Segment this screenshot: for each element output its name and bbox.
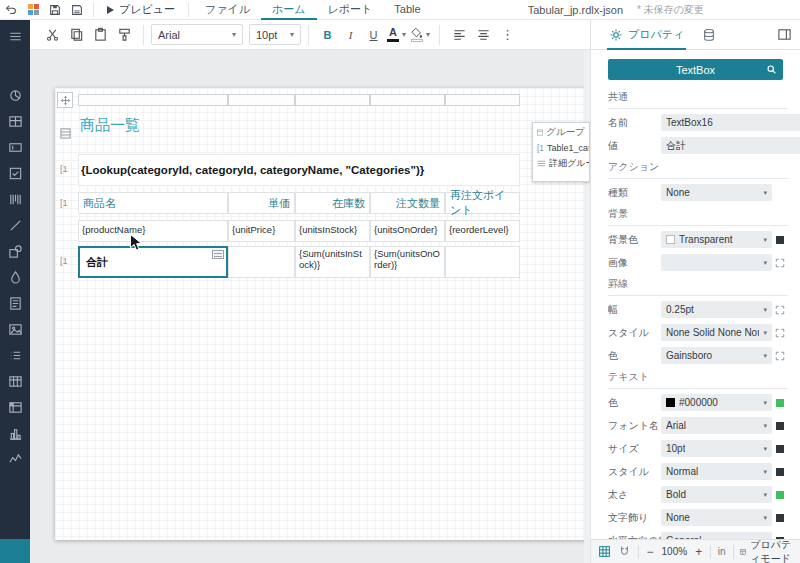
back-image-select[interactable]: ▾ [661, 254, 772, 271]
header-cell-unit-price[interactable]: 単価 [228, 192, 295, 214]
tool-chart-donut[interactable] [0, 82, 30, 108]
tool-richtext[interactable] [0, 290, 30, 316]
font-size-select-prop[interactable]: 10pt▾ [661, 440, 772, 457]
collapse-panel-button[interactable] [777, 27, 792, 42]
tool-checkbox[interactable] [0, 160, 30, 186]
tool-data-region[interactable] [0, 108, 30, 134]
header-cell-reorder-level[interactable]: 再注文ポイント [445, 192, 520, 214]
detail-cell-units-in-stock[interactable]: {unitsInStock} [295, 220, 370, 242]
detail-cell-reorder-level[interactable]: {reorderLevel} [445, 220, 520, 242]
unit-select[interactable]: in [718, 546, 726, 557]
menu-table[interactable]: Table [383, 0, 431, 20]
cut-button[interactable] [40, 23, 64, 47]
design-canvas[interactable]: 商品一覧 {Lookup(categoryId, categoryId, cat… [30, 50, 590, 563]
toolbox-menu-button[interactable] [0, 22, 30, 50]
font-family-select[interactable]: Arial▾ [151, 24, 243, 45]
footer-empty-cell[interactable] [445, 246, 520, 278]
expand-button[interactable] [772, 258, 788, 268]
border-width-select[interactable]: 0.25pt▾ [661, 301, 772, 318]
tool-textbox[interactable] [0, 134, 30, 160]
report-title-textbox[interactable]: 商品一覧 [80, 116, 140, 135]
theme-colors-button[interactable] [22, 0, 44, 20]
underline-button[interactable]: U [362, 24, 385, 46]
zoom-in-button[interactable]: + [694, 545, 703, 559]
header-cell-units-on-order[interactable]: 注文数量 [370, 192, 445, 214]
expand-button[interactable] [772, 305, 788, 315]
group-item-detail[interactable]: 詳細グルー [533, 155, 589, 172]
align-left-button[interactable] [447, 23, 471, 47]
field-selector-icon[interactable] [212, 250, 224, 259]
back-color-select[interactable]: Transparent▾ [661, 231, 772, 248]
text-decoration-select[interactable]: None▾ [661, 509, 772, 526]
italic-button[interactable]: I [339, 24, 362, 46]
tool-image[interactable] [0, 316, 30, 342]
bold-button[interactable]: B [316, 24, 339, 46]
paste-button[interactable] [88, 23, 112, 47]
font-color-button[interactable]: A ▾ [385, 27, 408, 42]
font-name-select[interactable]: Arial▾ [661, 417, 772, 434]
group-row-marker[interactable]: [1 [60, 164, 68, 174]
detail-cell-units-on-order[interactable]: {unitsOnOrder} [370, 220, 445, 242]
expand-button[interactable] [772, 328, 788, 338]
table-move-handle[interactable] [57, 92, 73, 108]
zoom-out-button[interactable]: − [646, 545, 655, 559]
tool-ink[interactable] [0, 264, 30, 290]
tool-sparkline[interactable] [0, 446, 30, 472]
property-search-input[interactable]: TextBox [608, 59, 783, 80]
tool-shape[interactable] [0, 238, 30, 264]
column-handle-5[interactable] [445, 94, 520, 106]
tool-table[interactable] [0, 368, 30, 394]
menu-report[interactable]: レポート [317, 0, 384, 20]
sidebar-bottom-button[interactable] [0, 539, 30, 563]
align-center-button[interactable] [471, 23, 495, 47]
fill-color-button[interactable]: ▾ [408, 27, 432, 42]
header-cell-product-name[interactable]: 商品名 [78, 192, 228, 214]
name-input[interactable] [661, 114, 800, 131]
tab-properties[interactable]: プロパティ [607, 20, 686, 50]
footer-row-marker[interactable]: [1 [60, 256, 68, 266]
font-weight-select[interactable]: Bold▾ [661, 486, 772, 503]
copy-button[interactable] [64, 23, 88, 47]
tool-line[interactable] [0, 212, 30, 238]
undo-button[interactable] [0, 0, 22, 20]
detail-cell-product-name[interactable]: {productName} [78, 220, 228, 242]
tab-data[interactable] [702, 28, 716, 42]
lookup-expression-cell[interactable]: {Lookup(categoryId, categoryId, category… [78, 154, 520, 186]
preview-button[interactable]: プレビュー [99, 2, 183, 17]
border-style-select[interactable]: None Solid None None▾ [661, 324, 772, 341]
tool-tablix[interactable] [0, 394, 30, 420]
menu-file[interactable]: ファイル [194, 0, 261, 20]
more-options-button[interactable]: ⋮ [495, 27, 520, 42]
action-type-select[interactable]: None▾ [661, 184, 772, 201]
header-cell-units-in-stock[interactable]: 在庫数 [295, 192, 370, 214]
detail-cell-unit-price[interactable]: {unitPrice} [228, 220, 295, 242]
footer-empty-cell[interactable] [228, 246, 295, 278]
report-page[interactable]: 商品一覧 {Lookup(categoryId, categoryId, cat… [55, 88, 590, 540]
column-handle-3[interactable] [295, 94, 370, 106]
text-color-select[interactable]: #000000▾ [661, 394, 772, 411]
property-mode-button[interactable]: プロパティモード [740, 538, 793, 563]
header-row-marker[interactable]: [1 [60, 198, 68, 208]
value-input[interactable] [661, 137, 800, 154]
tool-chart[interactable] [0, 420, 30, 446]
title-row-marker[interactable] [60, 128, 71, 141]
column-handle-4[interactable] [370, 94, 445, 106]
total-label-cell-selected[interactable]: 合計 [78, 246, 228, 278]
tool-list[interactable] [0, 342, 30, 368]
border-color-select[interactable]: Gainsboro▾ [661, 347, 772, 364]
menu-home[interactable]: ホーム [261, 0, 317, 20]
expand-button[interactable] [772, 351, 788, 361]
group-item-table1[interactable]: [1 Table1_categ [533, 141, 589, 155]
column-handle-2[interactable] [228, 94, 295, 106]
format-painter-button[interactable] [112, 23, 136, 47]
snap-toggle-button[interactable] [618, 545, 631, 558]
tool-barcode[interactable] [0, 186, 30, 212]
save-button[interactable] [44, 0, 66, 20]
sum-units-in-stock-cell[interactable]: {Sum(unitsInStock)} [295, 246, 370, 278]
sum-units-on-order-cell[interactable]: {Sum(unitsOnOrder)} [370, 246, 445, 278]
font-size-select[interactable]: 10pt▾ [249, 24, 301, 45]
font-style-select[interactable]: Normal▾ [661, 463, 772, 480]
save-as-button[interactable] [66, 0, 88, 20]
column-handle-1[interactable] [78, 94, 228, 106]
grid-toggle-button[interactable] [598, 545, 611, 558]
